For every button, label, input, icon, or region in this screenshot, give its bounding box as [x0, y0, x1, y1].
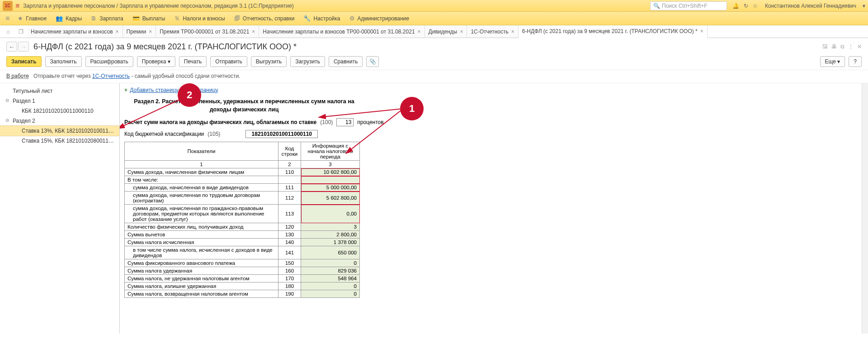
report-tree: Титульный лист ⊖Раздел 1 КБК 18210102010… [0, 83, 120, 334]
search-placeholder: Поиск Ctrl+Shift+F [662, 3, 708, 9]
save-icon[interactable]: 🖫 [822, 43, 828, 50]
compare-button[interactable]: Сравнить [329, 56, 363, 67]
status-hint: Отправьте отчет через 1С-Отчетность - са… [33, 73, 240, 79]
check-button[interactable]: Проверка ▾ [137, 56, 175, 67]
help-button[interactable]: ? [849, 56, 862, 67]
tree-title-page[interactable]: Титульный лист [0, 86, 119, 96]
page-header: ← → 6-НДФЛ (с 2021 года) за 9 месяцев 20… [0, 38, 868, 53]
close-icon[interactable]: × [252, 29, 255, 35]
nav-back-button[interactable]: ← [6, 42, 17, 52]
decrypt-button[interactable]: Расшифровать [85, 56, 133, 67]
fill-button[interactable]: Заполнить [45, 56, 82, 67]
menu-icon: ★ [18, 15, 23, 22]
windows-tab[interactable]: ❐ [14, 25, 27, 38]
menu-item-5[interactable]: 🗐Отчетность, справки [230, 13, 299, 24]
menu-icon: ％ [174, 14, 180, 23]
status-link[interactable]: 1С-Отчетность [92, 73, 130, 79]
tab-1[interactable]: Премии× [123, 25, 156, 38]
svg-line-1 [346, 109, 403, 153]
menu-item-1[interactable]: 👥Кадры [51, 13, 86, 24]
collapse-icon[interactable]: ⊖ [5, 98, 10, 103]
menu-label: Зарплата [99, 15, 123, 22]
tab-6[interactable]: 6-НДФЛ (с 2021 года) за 9 месяцев 2021 г… [519, 25, 708, 38]
print-button[interactable]: Печать [179, 56, 207, 67]
tab-bar: ⌂ ❐ Начисление зарплаты и взносов×Премии… [0, 25, 868, 38]
home-tab[interactable]: ⌂ [2, 25, 14, 38]
menu-item-0[interactable]: ★Главное [13, 13, 51, 24]
tree-section1-kbk[interactable]: КБК 18210102010011000110 [0, 106, 119, 116]
page-header-icons: 🖫 🖶 ⧉ ⋮ ✕ [822, 43, 862, 50]
collapse-icon[interactable]: ⊖ [5, 118, 10, 123]
tree-section2[interactable]: ⊖Раздел 2 [0, 116, 119, 126]
write-button[interactable]: Записать [6, 56, 42, 67]
tab-label: Начисление зарплаты и взносов ТР00-00000… [263, 29, 415, 35]
annotation-overlay [120, 83, 662, 310]
menu-label: Отчетность, справки [243, 15, 295, 22]
tab-label: Премия ТР00-000001 от 31.08.2021 [160, 29, 249, 35]
more-button[interactable]: Еще ▾ [820, 56, 845, 67]
tab-5[interactable]: 1С-Отчетность× [467, 25, 518, 38]
export-button[interactable]: Выгрузить [251, 56, 287, 67]
history-icon[interactable]: ↻ [744, 3, 748, 9]
tab-label: 1С-Отчетность [471, 29, 508, 35]
bell-icon[interactable]: 🔔 [732, 3, 739, 9]
close-icon[interactable]: × [511, 29, 514, 35]
menu-item-6[interactable]: 🔧Настройка [299, 13, 344, 24]
toolbar: Записать Заполнить Расшифровать Проверка… [0, 53, 868, 70]
menu-icon: ⚙ [349, 15, 355, 22]
right-scroll-gutter[interactable] [862, 83, 868, 334]
menu-label: Главное [26, 15, 47, 22]
titlebar: 1C ≡ Зарплата и управление персоналом / … [0, 0, 868, 12]
tree-section2-rate13[interactable]: Ставка 13%, КБК 18210102010011000... [0, 126, 119, 136]
tab-2[interactable]: Премия ТР00-000001 от 31.08.2021× [156, 25, 259, 38]
tab-4[interactable]: Дивиденды× [425, 25, 467, 38]
close-icon[interactable]: × [116, 29, 119, 35]
menu-item-3[interactable]: 💳Выплаты [128, 13, 170, 24]
menu-item-7[interactable]: ⚙Администрирование [345, 13, 414, 24]
search-icon: 🔍 [653, 3, 660, 9]
menu-label: Налоги и взносы [183, 15, 225, 22]
menu-label: Выплаты [142, 15, 165, 22]
nav-fwd-button[interactable]: → [18, 42, 29, 52]
kebab-icon[interactable]: ⋮ [848, 43, 854, 50]
import-button[interactable]: Загрузить [290, 56, 325, 67]
menu-item-4[interactable]: ％Налоги и взносы [170, 13, 229, 24]
menu-icon: 👥 [56, 15, 63, 22]
tab-3[interactable]: Начисление зарплаты и взносов ТР00-00000… [259, 25, 425, 38]
svg-line-0 [319, 109, 403, 117]
content: Титульный лист ⊖Раздел 1 КБК 18210102010… [0, 83, 868, 334]
print-icon[interactable]: 🖶 [831, 43, 837, 50]
menu-item-2[interactable]: 🗎Зарплата [86, 13, 128, 24]
user-name[interactable]: Константинов Алексей Геннадиевич [765, 3, 856, 9]
send-button[interactable]: Отправить [210, 56, 247, 67]
nav-buttons: ← → [6, 42, 29, 52]
star-icon[interactable]: ☆ [753, 3, 758, 9]
attach-button[interactable]: 📎 [366, 56, 379, 67]
menu-label: Настройка [313, 15, 340, 22]
tab-label: 6-НДФЛ (с 2021 года) за 9 месяцев 2021 г… [522, 28, 698, 34]
menu-burger-icon[interactable]: ≡ [3, 14, 12, 23]
titlebar-icons: 🔔 ↻ ☆ Константинов Алексей Геннадиевич ▾ [732, 3, 865, 9]
menu-icon: 💳 [132, 15, 140, 22]
copy-icon[interactable]: ⧉ [840, 43, 844, 50]
global-search[interactable]: 🔍 Поиск Ctrl+Shift+F [650, 1, 727, 10]
close-icon[interactable]: × [700, 28, 703, 34]
tab-0[interactable]: Начисление зарплаты и взносов× [27, 25, 123, 38]
close-icon[interactable]: × [149, 29, 152, 35]
app-menu-icon[interactable]: ≡ [15, 2, 19, 10]
menu-icon: 🗎 [91, 15, 97, 22]
chevron-down-icon: ▾ [168, 58, 170, 65]
status-line: В работе Отправьте отчет через 1С-Отчетн… [0, 70, 868, 83]
tab-label: Премии [127, 29, 146, 35]
app-title: Зарплата и управление персоналом / Зарпл… [23, 3, 650, 9]
tree-section1[interactable]: ⊖Раздел 1 [0, 96, 119, 106]
tab-label: Начисление зарплаты и взносов [31, 29, 113, 35]
tree-section2-rate15[interactable]: Ставка 15%, КБК 18210102080011000... [0, 136, 119, 146]
close-icon[interactable]: × [460, 29, 463, 35]
status-label[interactable]: В работе [6, 73, 29, 79]
collapse-icon[interactable]: ▾ [863, 3, 865, 9]
chevron-down-icon: ▾ [837, 58, 840, 65]
close-icon[interactable]: × [418, 29, 421, 35]
annotation-2: 2 [178, 83, 201, 107]
close-page-icon[interactable]: ✕ [857, 43, 862, 50]
